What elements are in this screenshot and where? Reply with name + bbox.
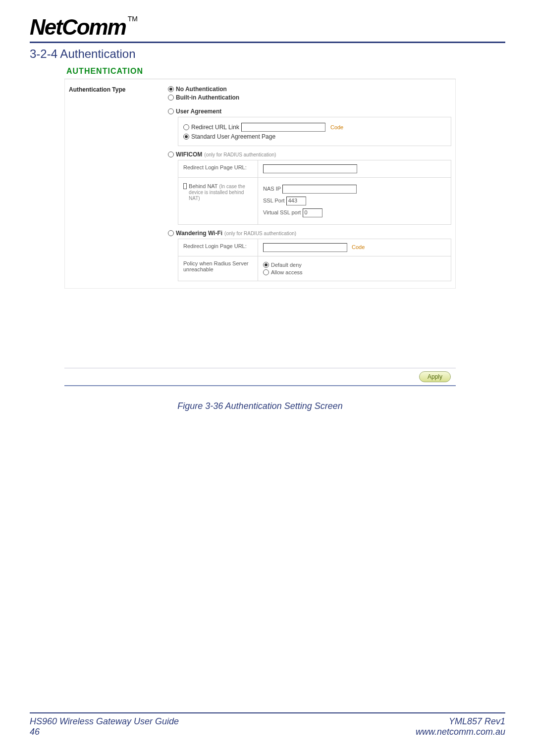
label-policy-allow: Allow access <box>271 269 303 275</box>
input-nasip[interactable] <box>282 185 357 194</box>
label-wificom-redirect: Redirect Login Page URL: <box>178 160 258 177</box>
apply-button[interactable]: Apply <box>419 371 451 382</box>
auth-type-label: Authentication Type <box>69 84 168 281</box>
label-wandering-policy: Policy when Radius Server unreachable <box>178 256 258 281</box>
radio-wificom[interactable] <box>168 151 174 157</box>
input-sslport[interactable]: 443 <box>286 197 306 205</box>
label-ua-standard: Standard User Agreement Page <box>191 133 275 140</box>
trademark: TM <box>128 15 138 23</box>
apply-bar: Apply <box>64 368 456 386</box>
logo-row: NetCommTM <box>30 15 505 43</box>
wificom-block: Redirect Login Page URL: Behind NAT (In <box>178 160 451 225</box>
brand-logo: NetComm <box>30 15 126 40</box>
label-user-agreement: User Agreement <box>176 108 221 115</box>
footer-page: 46 <box>30 727 179 737</box>
label-ua-redirect: Redirect URL Link <box>191 124 239 131</box>
label-policy-deny: Default deny <box>271 262 302 268</box>
label-no-auth: No Authentication <box>176 86 227 93</box>
footer-guide: HS960 Wireless Gateway User Guide <box>30 716 179 727</box>
check-behind-nat[interactable] <box>183 183 187 189</box>
label-builtin: Built-in Authentication <box>176 94 239 101</box>
input-wandering-redirect[interactable] <box>263 243 347 252</box>
link-ua-code[interactable]: Code <box>330 124 343 130</box>
auth-screenshot: AUTHENTICATION Authentication Type No Au… <box>64 64 456 411</box>
label-wandering-redirect: Redirect Login Page URL: <box>178 239 258 256</box>
figure-caption: Figure 3-36 Authentication Setting Scree… <box>64 401 456 411</box>
radio-policy-allow[interactable] <box>263 269 269 275</box>
note-wificom: (only for RADIUS authentication) <box>204 152 276 157</box>
input-vsslport[interactable]: 0 <box>303 208 322 217</box>
note-wandering: (only for RADIUS authentication) <box>224 231 296 236</box>
radio-policy-deny[interactable] <box>263 262 269 268</box>
radio-wandering[interactable] <box>168 230 174 236</box>
label-sslport: SSL Port <box>263 198 285 203</box>
input-wificom-redirect[interactable] <box>263 164 357 173</box>
radio-builtin[interactable] <box>168 95 174 101</box>
input-ua-redirect[interactable] <box>241 123 325 132</box>
panel-title: AUTHENTICATION <box>64 64 456 79</box>
radio-ua-redirect[interactable] <box>183 124 189 130</box>
label-behind-nat: Behind NAT <box>189 183 217 189</box>
footer-doc: YML857 Rev1 <box>416 716 505 727</box>
label-wificom: WIFICOM <box>176 151 202 158</box>
label-wandering: Wandering Wi-Fi <box>176 230 222 237</box>
radio-no-auth[interactable] <box>168 86 174 92</box>
section-heading: 3-2-4 Authentication <box>30 47 505 61</box>
label-vsslport: Virtual SSL port <box>263 209 301 215</box>
radio-user-agreement[interactable] <box>168 108 174 114</box>
user-agreement-block: Redirect URL Link Code Standard User Agr… <box>178 117 451 146</box>
label-nasip: NAS IP <box>263 186 281 192</box>
footer-url: www.netcomm.com.au <box>416 727 505 737</box>
link-wandering-code[interactable]: Code <box>352 244 365 250</box>
page-footer: HS960 Wireless Gateway User Guide 46 YML… <box>30 712 505 737</box>
wandering-block: Redirect Login Page URL: Code Policy whe… <box>178 239 451 281</box>
radio-ua-standard[interactable] <box>183 134 189 140</box>
